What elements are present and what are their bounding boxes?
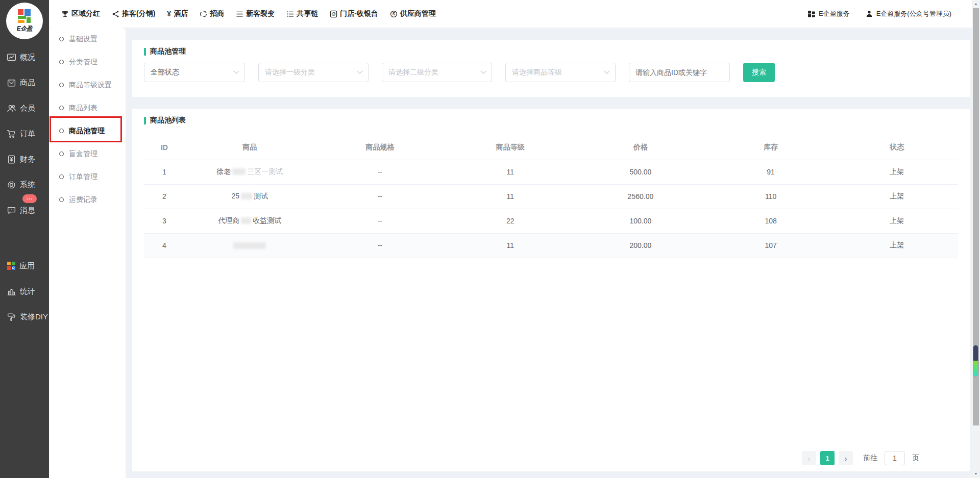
circle-icon [59, 129, 64, 133]
cell-price: 500.00 [575, 160, 705, 184]
submenu-item-goods-list[interactable]: 商品列表 [49, 96, 126, 119]
topnav-item-new-customer-fission[interactable]: 新客裂变 [236, 9, 275, 18]
sidebar-item-finance[interactable]: 财务 [0, 146, 49, 172]
submenu-item-order-management[interactable]: 订单管理 [49, 165, 126, 188]
cell-id: 1 [144, 160, 185, 184]
service-menu-button[interactable]: E企盈服务 [807, 9, 850, 18]
col-header-product: 商品 [185, 135, 315, 160]
sidebar-item-label: 装修DIY [20, 312, 48, 322]
topnav-item-distribution[interactable]: 推客(分销) [112, 9, 155, 18]
sidebar-item-label: 消息 [20, 206, 35, 215]
status-select[interactable]: 全部状态 [144, 63, 245, 82]
pagination-goto-input[interactable] [885, 451, 905, 465]
topnav-item-store-cashier[interactable]: @ 门店-收银台 [330, 9, 378, 18]
topbar-account-area: E企盈服务 E企盈服务(公众号管理员) [807, 0, 951, 28]
sidebar-item-label: 概况 [20, 53, 35, 62]
goods-pool-table: ID 商品 商品规格 商品等级 价格 库存 状态 1 徐老三区一测试 -- 11… [144, 135, 958, 258]
page-title: 商品池管理 [150, 47, 186, 56]
pagination-unit-label: 页 [912, 454, 919, 463]
circle-icon [59, 83, 64, 87]
sidebar-item-messages[interactable]: 消息 ... [0, 197, 49, 223]
sidebar-item-goods[interactable]: 商品 [0, 70, 49, 95]
circle-icon [59, 152, 64, 156]
censored-text [232, 168, 246, 175]
yen-icon: ¥ [167, 10, 171, 18]
pagination-next-button[interactable]: › [839, 451, 853, 465]
goods-level-select[interactable]: 请选择商品等级 [505, 63, 616, 82]
chevron-down-icon [480, 68, 486, 74]
censored-text [233, 242, 266, 249]
topnav-item-investment[interactable]: 招商 [200, 9, 224, 18]
cell-status: 上架 [836, 160, 958, 184]
pagination-page-1-button[interactable]: 1 [820, 451, 835, 465]
cell-product [185, 233, 315, 258]
cell-level: 22 [445, 209, 575, 233]
submenu-item-goods-pool-management[interactable]: 商品池管理 [49, 119, 126, 142]
cell-product: 代理商收益测试 [185, 209, 315, 233]
scrollbar-down-arrow[interactable]: ▼ [972, 472, 980, 475]
account-menu-label: E企盈服务(公众号管理员) [876, 9, 951, 18]
svg-text:@: @ [332, 11, 336, 16]
submenu-label: 商品列表 [69, 104, 97, 113]
chevron-down-icon [357, 68, 362, 74]
product-name-text: 收益测试 [253, 216, 281, 224]
topnav-label: 招商 [210, 9, 224, 18]
cell-spec: -- [315, 184, 445, 209]
pagination-prev-button[interactable]: ‹ [802, 451, 816, 465]
sidebar-item-decoration-diy[interactable]: 装修DIY [0, 304, 49, 330]
product-name-text: 三区一测试 [247, 167, 283, 175]
keyword-search-input[interactable] [629, 63, 730, 82]
status-select-value: 全部状态 [151, 68, 179, 77]
level2-category-select[interactable]: 请选择二级分类 [382, 63, 492, 82]
submenu-item-freight-records[interactable]: 运费记录 [49, 188, 126, 211]
app-logo[interactable]: E企盈 [6, 3, 43, 39]
topnav-label: 新客裂变 [246, 9, 275, 18]
sidebar-item-label: 会员 [20, 104, 35, 113]
cell-spec: -- [315, 209, 445, 233]
primary-sidebar: E企盈 概况 商品 会员 订单 财务 系统 消息 ... 应用 统计 [0, 0, 49, 478]
extension-scroll-indicator [973, 345, 978, 376]
topnav-item-region-dividend[interactable]: 区域分红 [61, 9, 100, 18]
page-scrollbar[interactable]: ▲ ▼ [972, 0, 980, 478]
filter-card-title-row: 商品池管理 [144, 47, 958, 56]
cell-status: 上架 [836, 209, 958, 233]
cell-level: 11 [445, 184, 575, 209]
goods-level-placeholder: 请选择商品等级 [512, 68, 562, 77]
list-icon [286, 10, 294, 18]
paint-roller-icon [7, 312, 16, 322]
submenu-item-basic-settings[interactable]: 基础设置 [49, 28, 126, 51]
search-button[interactable]: 搜索 [743, 63, 775, 82]
topnav-item-supplier-management[interactable]: S 供应商管理 [390, 9, 436, 18]
cell-price: 2560.00 [575, 184, 705, 209]
table-row: 4 -- 11 200.00 107 上架 [144, 233, 958, 258]
submenu-item-category-management[interactable]: 分类管理 [49, 51, 126, 73]
apps-grid-icon [7, 261, 16, 270]
sidebar-item-overview[interactable]: 概况 [0, 44, 49, 70]
topnav-item-hotel[interactable]: ¥ 酒店 [167, 9, 188, 18]
circle-icon [59, 174, 64, 179]
col-header-id: ID [144, 135, 185, 160]
account-menu-button[interactable]: E企盈服务(公众号管理员) [865, 9, 951, 18]
cell-price: 100.00 [575, 209, 705, 233]
scrollbar-up-arrow[interactable]: ▲ [972, 2, 980, 6]
message-icon [7, 206, 16, 215]
level1-category-select[interactable]: 请选择一级分类 [258, 63, 369, 82]
menu-lines-icon [236, 10, 243, 18]
sidebar-item-stats[interactable]: 统计 [0, 279, 49, 304]
submenu-item-blind-box-management[interactable]: 盲盒管理 [49, 142, 126, 165]
submenu-item-goods-level-settings[interactable]: 商品等级设置 [49, 73, 126, 96]
sidebar-item-members[interactable]: 会员 [0, 95, 49, 121]
sidebar-item-orders[interactable]: 订单 [0, 121, 49, 146]
cell-product: 25测试 [185, 184, 315, 209]
sidebar-item-apps[interactable]: 应用 [0, 253, 49, 279]
chevron-down-icon [233, 68, 239, 74]
section-accent-bar [144, 48, 146, 56]
sidebar-item-label: 商品 [20, 78, 35, 88]
submenu-label: 运费记录 [69, 195, 97, 205]
submenu-label: 分类管理 [69, 58, 97, 67]
topnav-item-share-chain[interactable]: 共享链 [286, 9, 318, 18]
sidebar-item-system[interactable]: 系统 [0, 172, 49, 197]
submenu-label: 基础设置 [69, 35, 97, 44]
sidebar-item-label: 订单 [20, 129, 35, 139]
message-badge: ... [22, 194, 37, 203]
